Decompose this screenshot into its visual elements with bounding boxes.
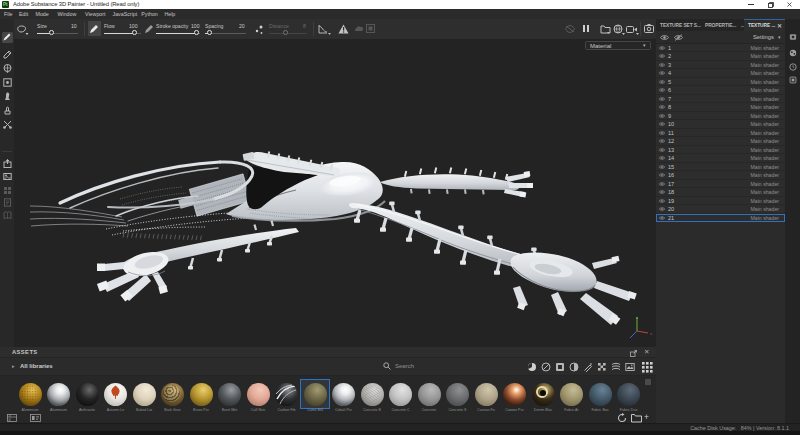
svg-text:x: x — [650, 331, 652, 336]
